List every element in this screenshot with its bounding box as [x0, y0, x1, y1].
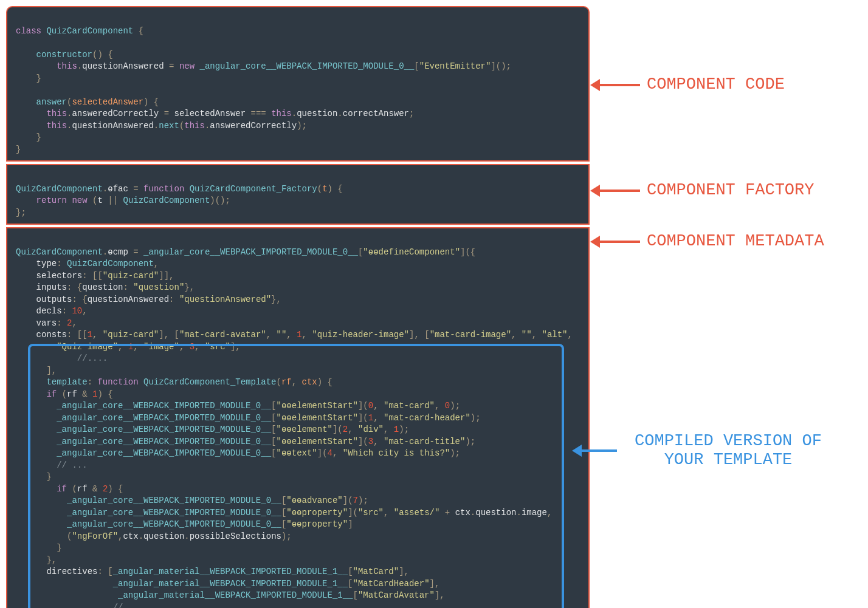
token: },	[184, 282, 195, 292]
compiled-template-line2: YOUR TEMPLATE	[664, 451, 793, 469]
token: }	[16, 145, 21, 154]
component-metadata-block: QuizCardComponent.ɵcmp = _angular_core__…	[6, 227, 590, 608]
token	[16, 603, 113, 609]
token: "ɵɵelementStart"	[276, 413, 357, 423]
token	[16, 121, 46, 131]
token: _angular_core__WEBPACK_IMPORTED_MODULE_0…	[57, 425, 271, 434]
token: 0	[368, 401, 373, 411]
token: ]();	[491, 61, 511, 71]
token: "quiz-card"	[103, 330, 159, 340]
token: _angular_core__WEBPACK_IMPORTED_MODULE_0…	[57, 401, 271, 411]
token	[16, 508, 67, 517]
token: QuizCardComponent_Factory	[184, 184, 317, 194]
token: class	[16, 26, 41, 36]
token: (	[277, 377, 281, 387]
token: question	[297, 109, 337, 118]
token: 7	[353, 496, 358, 505]
token: 3	[368, 437, 373, 446]
token: _angular_core__WEBPACK_IMPORTED_MODULE_0…	[57, 437, 271, 446]
token: questionAnswered	[82, 61, 164, 71]
token: :	[57, 259, 67, 268]
token	[16, 460, 57, 470]
token: [	[414, 61, 419, 71]
token: //....	[77, 354, 108, 363]
token: },	[16, 555, 57, 565]
token	[16, 567, 46, 576]
token: ,	[384, 425, 394, 434]
token: // ...	[57, 460, 87, 470]
token: answeredCorrectly	[210, 121, 297, 131]
token: "EventEmitter"	[419, 61, 491, 71]
token: ,	[302, 330, 312, 340]
token: };	[16, 208, 26, 217]
token: _angular_material__WEBPACK_IMPORTED_MODU…	[113, 567, 348, 576]
token: ,	[532, 330, 542, 340]
token: QuizCardComponent	[41, 26, 139, 36]
token	[16, 389, 46, 399]
token: =	[128, 247, 143, 257]
token: if	[46, 389, 57, 399]
token: .	[516, 508, 521, 517]
token: t	[322, 184, 327, 194]
token: ,	[154, 259, 159, 268]
token: _angular_core__WEBPACK_IMPORTED_MODULE_0…	[143, 247, 358, 257]
token: : [[	[67, 330, 88, 340]
token: correctAnswer	[343, 109, 409, 118]
token: directives	[46, 567, 97, 576]
token: new	[72, 196, 87, 205]
token: 1	[297, 330, 301, 340]
arrow-icon	[599, 190, 640, 192]
token: ](	[348, 508, 358, 517]
token: t	[97, 196, 102, 205]
token: QuizCardComponent	[16, 184, 103, 194]
token: : {	[72, 295, 87, 304]
token: {	[103, 50, 113, 60]
token: 1	[368, 413, 373, 423]
token: : {	[67, 282, 82, 292]
token: ) {	[328, 184, 343, 194]
token: "ɵɵelementStart"	[276, 401, 357, 411]
token: ,	[547, 508, 552, 517]
token: "assets/"	[394, 508, 440, 517]
token: ctx	[455, 508, 470, 517]
token: ],	[399, 567, 409, 576]
token: if	[57, 484, 67, 494]
arrow-icon	[599, 241, 640, 243]
token: "ɵɵelementStart"	[276, 437, 357, 446]
token: (	[317, 184, 322, 194]
token: next	[159, 121, 179, 131]
token: "ɵɵproperty"	[286, 519, 348, 529]
token: ], [	[409, 330, 430, 340]
token: ,	[384, 508, 394, 517]
token: ||	[103, 196, 123, 205]
token: .	[103, 247, 108, 257]
token: .	[337, 109, 342, 118]
token: +	[439, 508, 455, 517]
token: this	[271, 109, 292, 118]
token: question	[143, 531, 184, 541]
token: ]({	[460, 247, 475, 257]
label-component-factory: COMPONENT FACTORY	[647, 181, 814, 200]
token: :	[88, 377, 98, 387]
token: "mat-card-header"	[384, 413, 470, 423]
token: "mat-card-image"	[430, 330, 511, 340]
token: 10	[72, 306, 82, 316]
token: .	[139, 531, 143, 541]
token: ]],	[159, 271, 174, 281]
token: this	[184, 121, 205, 131]
token: ,	[332, 448, 343, 458]
token: 1	[128, 342, 133, 352]
arrow-icon	[599, 84, 640, 86]
token: .	[77, 61, 82, 71]
token: ) {	[97, 389, 112, 399]
token: QuizCardComponent	[67, 259, 154, 268]
token: );	[358, 496, 368, 505]
token: ) {	[317, 377, 332, 387]
token: question	[475, 508, 516, 517]
token	[16, 342, 57, 352]
arrow-icon	[580, 449, 617, 452]
token	[16, 425, 57, 434]
token: &	[77, 389, 92, 399]
token	[16, 306, 36, 316]
token: QuizCardComponent	[16, 247, 103, 257]
